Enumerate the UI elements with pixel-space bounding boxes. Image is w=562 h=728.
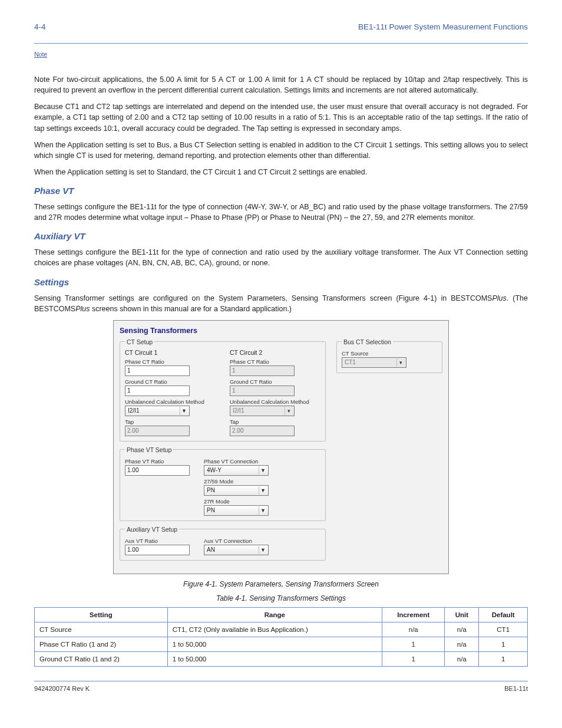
phase-vt-setup-group: Phase VT Setup Phase VT Ratio 1.00 Phase… xyxy=(120,446,326,521)
page-number: 4-4 xyxy=(34,22,46,31)
th-default: Default xyxy=(479,607,528,622)
unbalanced-method-label-2: Unbalanced Calculation Method xyxy=(230,398,320,405)
unbalanced-method-select-1[interactable]: I2/I1▼ xyxy=(125,406,190,416)
ground-ct-ratio-input-1[interactable]: 1 xyxy=(125,386,190,396)
phase-vt-ratio-input[interactable]: 1.00 xyxy=(125,465,190,476)
ground-ct-ratio-input-2: 1 xyxy=(230,386,295,396)
ct-circuit-2-header: CT Circuit 2 xyxy=(230,349,320,356)
mode-27r-label: 27R Mode xyxy=(204,498,320,505)
aux-vt-ratio-label: Aux VT Ratio xyxy=(125,538,190,544)
para-note: Note For two-circuit applications, the 5… xyxy=(34,74,528,95)
aux-vt-connection-label: Aux VT Connection xyxy=(204,538,320,544)
para-standard: When the Application setting is set to S… xyxy=(34,167,528,177)
phase-ct-ratio-input-1[interactable]: 1 xyxy=(125,365,190,376)
aux-vt-ratio-input[interactable]: 1.00 xyxy=(125,545,190,555)
aux-vt-heading: Auxiliary VT xyxy=(34,231,528,241)
mode-2759-select[interactable]: PN▼ xyxy=(204,485,269,496)
chevron-down-icon: ▼ xyxy=(259,506,267,515)
unbalanced-method-select-2: I2/I1▾ xyxy=(230,406,295,416)
table-row: Phase CT Ratio (1 and 2) 1 to 50,000 1 n… xyxy=(35,637,528,651)
th-increment: Increment xyxy=(382,607,445,622)
phase-vt-connection-select[interactable]: 4W-Y▼ xyxy=(204,465,269,476)
tap-input-1: 2.00 xyxy=(125,426,190,436)
chevron-down-icon: ▾ xyxy=(285,407,293,415)
phase-ct-ratio-label-1: Phase CT Ratio xyxy=(125,358,216,365)
phase-vt-setup-legend: Phase VT Setup xyxy=(125,446,173,453)
table-row: Ground CT Ratio (1 and 2) 1 to 50,000 1 … xyxy=(35,651,528,666)
ct-setup-group: CT Setup CT Circuit 1 Phase CT Ratio 1 G… xyxy=(120,338,326,442)
th-setting: Setting xyxy=(35,607,168,622)
table-header-row: Setting Range Increment Unit Default xyxy=(35,607,528,622)
bus-ct-selection-legend: Bus CT Selection xyxy=(342,338,393,345)
tap-input-2: 2.00 xyxy=(230,426,295,436)
settings-table: Setting Range Increment Unit Default CT … xyxy=(34,607,528,667)
chevron-down-icon: ▼ xyxy=(180,407,188,415)
table-caption: Table 4-1. Sensing Transformers Settings xyxy=(34,594,528,602)
figure-caption: Figure 4-1. System Parameters, Sensing T… xyxy=(34,580,528,588)
ct-circuit-1-header: CT Circuit 1 xyxy=(125,349,216,356)
phase-vt-connection-label: Phase VT Connection xyxy=(204,458,320,465)
header-title: BE1-11t Power System Measurement Functio… xyxy=(358,22,528,31)
ground-ct-ratio-label-1: Ground CT Ratio xyxy=(125,378,216,385)
ct-setup-legend: CT Setup xyxy=(125,338,154,345)
header-rule xyxy=(34,43,528,44)
tap-label-2: Tap xyxy=(230,419,320,425)
footer-right: BE1-11t xyxy=(504,685,528,692)
table-row: CT Source CT1, CT2 (Only available in Bu… xyxy=(35,622,528,637)
ct-source-label: CT Source xyxy=(342,350,437,357)
footer-rule xyxy=(34,681,528,681)
sensing-transformers-figure: Sensing Transformers CT Setup CT Circuit… xyxy=(113,320,449,574)
bus-ct-selection-group: Bus CT Selection CT Source CT1▾ xyxy=(336,338,442,373)
para-bus: When the Application setting is set to B… xyxy=(34,140,528,161)
chevron-down-icon: ▼ xyxy=(259,546,267,554)
figure-title: Sensing Transformers xyxy=(120,327,442,335)
aux-vt-setup-legend: Auxiliary VT Setup xyxy=(125,526,179,533)
para-phase-vt: These settings configure the BE1-11t for… xyxy=(34,202,528,223)
chevron-down-icon: ▾ xyxy=(396,358,405,367)
tap-label-1: Tap xyxy=(125,419,216,425)
para-taps: Because CT1 and CT2 tap settings are int… xyxy=(34,101,528,133)
ct-source-select: CT1▾ xyxy=(342,357,406,368)
th-unit: Unit xyxy=(445,607,479,622)
phase-vt-heading: Phase VT xyxy=(34,186,528,196)
mode-27r-select[interactable]: PN▼ xyxy=(204,505,269,516)
phase-ct-ratio-label-2: Phase CT Ratio xyxy=(230,358,320,365)
ground-ct-ratio-label-2: Ground CT Ratio xyxy=(230,378,320,385)
footer-left: 9424200774 Rev K xyxy=(34,685,90,692)
note-anchor: Note xyxy=(34,51,47,58)
th-range: Range xyxy=(167,607,382,622)
settings-heading: Settings xyxy=(34,277,528,287)
chevron-down-icon: ▼ xyxy=(259,466,267,475)
aux-vt-setup-group: Auxiliary VT Setup Aux VT Ratio 1.00 Aux… xyxy=(120,526,326,561)
para-settings: Sensing Transformer settings are configu… xyxy=(34,293,528,314)
aux-vt-connection-select[interactable]: AN▼ xyxy=(204,545,269,555)
phase-ct-ratio-input-2: 1 xyxy=(230,365,295,376)
para-aux-vt: These settings configure the BE1-11t for… xyxy=(34,247,528,268)
unbalanced-method-label-1: Unbalanced Calculation Method xyxy=(125,398,216,405)
chevron-down-icon: ▼ xyxy=(259,486,267,495)
phase-vt-ratio-label: Phase VT Ratio xyxy=(125,458,190,465)
mode-2759-label: 27/59 Mode xyxy=(204,478,320,485)
